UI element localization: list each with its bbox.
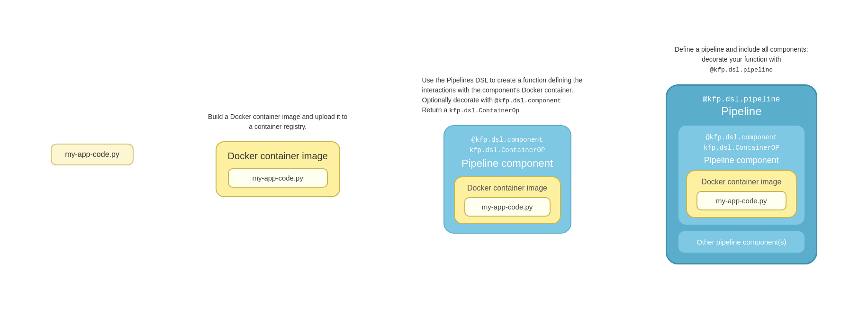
other-label-4: Other pipeline component(s) (696, 238, 786, 246)
inner-label-3: my-app-code.py (482, 203, 533, 211)
inner-label-4: my-app-code.py (716, 197, 767, 205)
inner-box-4: my-app-code.py (696, 191, 787, 210)
section3-description: Use the Pipelines DSL to create a functi… (422, 75, 593, 116)
section4-description: Define a pipeline and include all compon… (675, 45, 808, 75)
inner-box-2: my-app-code.py (228, 168, 328, 188)
section-4: Define a pipeline and include all compon… (666, 45, 817, 264)
pipeline-component-code-3: @kfp.dsl.component kfp.dsl.ContainerOP (470, 135, 545, 156)
section4-desc-line1: Define a pipeline and include all compon… (675, 45, 808, 53)
pipeline-component-title-3: Pipeline component (461, 157, 553, 170)
inner-label-2: my-app-code.py (252, 174, 303, 182)
pipeline-inner-title-4: Pipeline component (704, 155, 779, 165)
docker-image-title-4: Docker container image (701, 178, 781, 186)
section-2: Build a Docker container image and uploa… (207, 112, 349, 197)
section3-code1: @kfp.dsl.component (495, 97, 561, 104)
section3-desc-text: Use the Pipelines DSL to create a functi… (422, 76, 583, 114)
docker-image-outer-4: Docker container image my-app-code.py (686, 170, 797, 218)
section4-desc-code: @kfp.dsl.pipeline (710, 66, 773, 73)
inner-box-3: my-app-code.py (464, 197, 551, 217)
docker-image-title-3: Docker container image (467, 184, 547, 192)
docker-image-outer-3: Docker container image my-app-code.py (454, 176, 561, 224)
pipeline-inner-component-4: @kfp.dsl.component kfp.dsl.ContainerOP P… (678, 125, 805, 226)
section-3: Use the Pipelines DSL to create a functi… (422, 75, 593, 234)
section3-code2: kfp.dsl.ContainerOp (449, 107, 519, 114)
section2-description: Build a Docker container image and uploa… (207, 112, 349, 132)
section-1: my-app-code.py (51, 144, 134, 165)
section4-desc-line2: decorate your function with (702, 55, 781, 63)
docker-image-outer-2: Docker container image my-app-code.py (216, 141, 340, 197)
docker-image-title-2: Docker container image (228, 151, 328, 162)
app-code-box: my-app-code.py (51, 144, 134, 165)
pipeline-title-4: Pipeline (721, 105, 761, 118)
pipeline-outer-4: @kfp.dsl.pipeline Pipeline @kfp.dsl.comp… (666, 84, 817, 264)
pipeline-code-4: @kfp.dsl.pipeline (703, 95, 780, 104)
other-components-box-4: Other pipeline component(s) (678, 230, 805, 254)
pipeline-component-outer-3: @kfp.dsl.component kfp.dsl.ContainerOP P… (443, 125, 571, 234)
pipeline-inner-code-4: @kfp.dsl.component kfp.dsl.ContainerOP (704, 132, 779, 154)
app-code-label: my-app-code.py (65, 150, 119, 158)
